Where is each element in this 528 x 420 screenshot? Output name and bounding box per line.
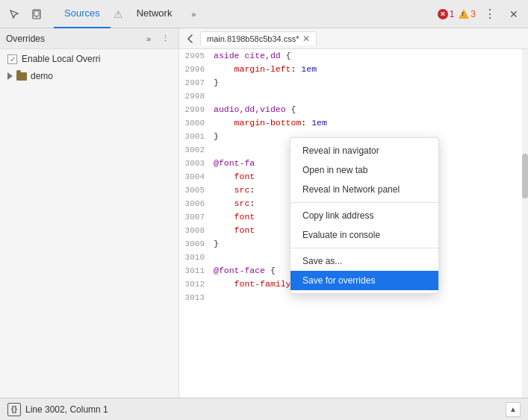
main-area: Overrides » ⋮ Enable Local Overri demo — [0, 28, 528, 398]
line-number: 3011 — [179, 264, 211, 278]
menu-reveal-network[interactable]: Reveal in Network panel — [291, 180, 438, 199]
line-number: 3012 — [179, 278, 211, 291]
line-content: margin-left: 1em — [211, 63, 528, 76]
menu-evaluate-console[interactable]: Evaluate in console — [291, 225, 438, 245]
warning-badge[interactable]: 3 — [459, 9, 476, 19]
line-number: 2999 — [179, 103, 211, 116]
line-number: 3006 — [179, 197, 211, 210]
warning-icon — [459, 9, 469, 19]
top-bar: Sources ⚠ Network » ✕ 1 3 ⋮ ✕ — [0, 0, 528, 28]
sidebar-header: Overrides » ⋮ — [0, 28, 178, 49]
editor-tab-bar: main.8198b58c5b34.css* ✕ — [179, 28, 528, 49]
file-tab[interactable]: main.8198b58c5b34.css* ✕ — [200, 31, 317, 46]
menu-open-new-tab[interactable]: Open in new tab — [291, 160, 438, 180]
line-number: 3002 — [179, 143, 211, 157]
code-container[interactable]: 2995 aside cite,dd { 2996 margin-left: 1… — [179, 49, 528, 398]
network-tab[interactable]: Network — [126, 0, 183, 28]
tab-warning-icon: ⚠ — [112, 8, 125, 20]
status-right: ▲ — [506, 402, 521, 417]
context-menu: Reveal in navigator Open in new tab Reve… — [290, 137, 439, 294]
line-content: aside cite,dd { — [211, 49, 528, 63]
error-badge[interactable]: ✕ 1 — [438, 9, 455, 19]
sidebar-icons: » ⋮ — [141, 31, 173, 46]
tree-expand-icon — [7, 72, 13, 80]
line-number: 2997 — [179, 76, 211, 90]
code-line: 2999 audio,dd,video { — [179, 103, 528, 116]
line-number: 3013 — [179, 291, 211, 304]
scrollbar-track[interactable] — [522, 49, 528, 398]
inspect-icon[interactable] — [4, 4, 24, 24]
tree-item-demo[interactable]: demo — [0, 69, 178, 84]
file-tab-name: main.8198b58c5b34.css* — [207, 34, 299, 43]
svg-rect-1 — [34, 10, 39, 16]
menu-save-overrides[interactable]: Save for overrides — [291, 271, 438, 290]
line-number: 3003 — [179, 157, 211, 170]
editor-area: main.8198b58c5b34.css* ✕ 2995 aside cite… — [179, 28, 528, 398]
line-content: audio,dd,video { — [211, 103, 528, 116]
enable-label: Enable Local Overri — [22, 54, 100, 64]
menu-save-as[interactable]: Save as... — [291, 251, 438, 271]
more-menu-btn[interactable]: ⋮ — [480, 4, 500, 24]
file-tab-close[interactable]: ✕ — [302, 34, 310, 44]
sources-tab[interactable]: Sources — [54, 0, 111, 28]
line-number: 3000 — [179, 116, 211, 130]
folder-icon — [16, 72, 27, 81]
code-line: 2995 aside cite,dd { — [179, 49, 528, 63]
code-line: 2998 — [179, 90, 528, 103]
sidebar-menu-btn[interactable]: ⋮ — [158, 31, 173, 46]
top-bar-right: ✕ 1 3 ⋮ ✕ — [438, 4, 524, 24]
pretty-print-icon[interactable]: {} — [7, 403, 21, 416]
scroll-up-btn[interactable]: ▲ — [506, 402, 521, 417]
menu-reveal-navigator[interactable]: Reveal in navigator — [291, 141, 438, 160]
line-number: 3004 — [179, 170, 211, 184]
line-number: 3010 — [179, 251, 211, 264]
code-line: 2997 } — [179, 76, 528, 90]
enable-overrides-row[interactable]: Enable Local Overri — [0, 49, 178, 69]
menu-divider — [291, 202, 438, 203]
line-number: 3009 — [179, 237, 211, 251]
scrollbar-thumb[interactable] — [522, 154, 528, 198]
line-number: 2995 — [179, 49, 211, 63]
device-icon[interactable] — [27, 4, 46, 24]
sidebar-more-btn[interactable]: » — [141, 31, 156, 46]
devtools-icons — [4, 4, 46, 24]
status-position: Line 3002, Column 1 — [25, 404, 108, 415]
line-content: margin-bottom: 1em — [211, 116, 528, 130]
code-line: 3000 margin-bottom: 1em — [179, 116, 528, 130]
line-number: 3007 — [179, 210, 211, 224]
close-btn[interactable]: ✕ — [504, 4, 524, 24]
tree-item-label: demo — [31, 71, 53, 81]
error-icon: ✕ — [438, 9, 448, 19]
line-number: 3001 — [179, 130, 211, 143]
line-number: 3008 — [179, 224, 211, 237]
code-line: 2996 margin-left: 1em — [179, 63, 528, 76]
more-tabs-btn[interactable]: » — [184, 4, 203, 24]
svg-point-2 — [36, 16, 37, 18]
sidebar: Overrides » ⋮ Enable Local Overri demo — [0, 28, 179, 398]
line-content: } — [211, 76, 528, 90]
menu-divider-2 — [291, 248, 438, 248]
back-btn[interactable] — [184, 32, 197, 46]
line-number: 3005 — [179, 184, 211, 197]
line-number: 2996 — [179, 63, 211, 76]
status-bar: {} Line 3002, Column 1 ▲ — [0, 398, 528, 420]
enable-checkbox[interactable] — [7, 54, 17, 64]
sidebar-title: Overrides — [6, 34, 45, 44]
menu-copy-link[interactable]: Copy link address — [291, 206, 438, 225]
line-number: 2998 — [179, 90, 211, 103]
